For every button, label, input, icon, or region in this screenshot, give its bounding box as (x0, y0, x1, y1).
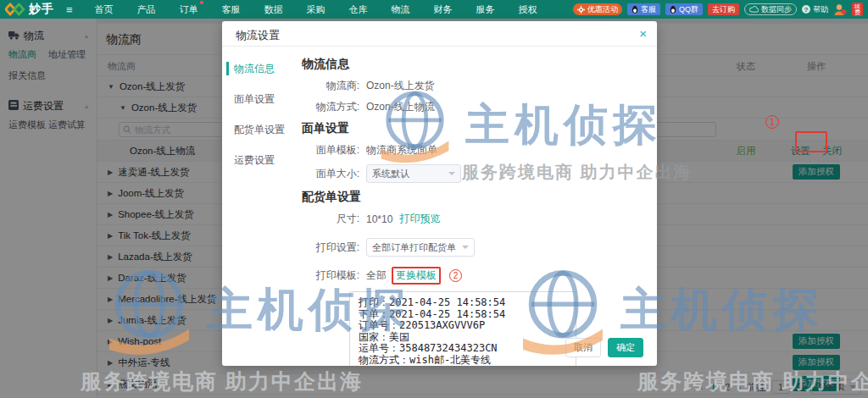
annotation-box-settings (795, 131, 827, 152)
data-sync-button[interactable]: 数据同步 (744, 3, 797, 15)
sheet-size-label: 面单大小: (302, 167, 359, 181)
modal-content: 物流信息 物流商: Ozon-线上发货 物流方式: Ozon-线上物流 面单设置… (292, 47, 657, 366)
modal-footer: 取消 确定 (565, 338, 643, 357)
nav-item-物流[interactable]: 物流 (380, 3, 422, 16)
preview-line: 订单号：220513AXGVVV6P (359, 320, 567, 332)
cancel-button[interactable]: 取消 (565, 338, 601, 357)
nav-item-采购[interactable]: 采购 (295, 3, 337, 16)
nav-item-财务[interactable]: 财务 (422, 3, 465, 16)
app-logo: 妙手 (5, 2, 54, 17)
user-avatar[interactable] (833, 3, 847, 16)
section-logistics-info: 物流信息 (302, 57, 645, 72)
sheet-template-label: 面单模板: (302, 143, 359, 158)
nav-item-客服[interactable]: 客服 (210, 3, 253, 16)
preview-line: 国家：美国 (359, 332, 567, 344)
renew-badge[interactable]: 续费 (852, 3, 863, 16)
print-setting-select[interactable]: 全部订单打印配货单 (366, 238, 475, 257)
question-icon: ? (802, 5, 810, 14)
confirm-button[interactable]: 确定 (608, 338, 643, 357)
modal-nav: 物流信息面单设置配货单设置运费设置 (222, 47, 292, 366)
hamburger-icon[interactable]: ≡ (66, 3, 73, 16)
gear-icon (577, 6, 585, 14)
preview-line: 下单：2021-04-25 14:58:54 (359, 309, 567, 321)
qq-group-button[interactable]: QQ群 (665, 3, 703, 15)
preview-line: 物流方式：wish邮-北美专线 (359, 355, 567, 367)
nav-item-订单[interactable]: 订单 (168, 3, 210, 16)
order-button[interactable]: 去订购 (708, 3, 739, 15)
modal-title: 物流设置 (236, 29, 280, 41)
notification-dot (200, 1, 203, 4)
nav-item-产品[interactable]: 产品 (125, 3, 168, 16)
qq-penguin-icon (670, 5, 676, 14)
modal-tab-运费设置[interactable]: 运费设置 (222, 145, 292, 175)
logo-diamonds-icon (5, 3, 25, 16)
section-sheet-settings: 面单设置 (302, 121, 645, 136)
preview-line: 运单号：35848732434323CN (359, 343, 567, 355)
picking-size-value: 10*10 (366, 213, 392, 225)
modal-header: 物流设置 × (222, 21, 657, 47)
navbar-actions: 优惠活动 客服 QQ群 去订购 数据同步 ? 帮助 续费 (573, 3, 863, 16)
change-template-link[interactable]: 更换模板 (396, 269, 437, 281)
person-icon (833, 3, 847, 16)
preview-line: 打印：2021-04-25 14:58:54 (359, 297, 567, 309)
cloud-icon (749, 6, 759, 13)
modal-tab-面单设置[interactable]: 面单设置 (222, 84, 292, 114)
provider-label: 物流商: (302, 79, 359, 93)
main-menu: 首页产品订单客服数据采购仓库物流财务服务授权 (83, 3, 549, 16)
print-setting-label: 打印设置: (302, 240, 359, 255)
chevron-down-icon (462, 246, 469, 252)
chevron-down-icon (448, 172, 455, 179)
picking-size-label: 尺寸: (302, 212, 359, 226)
kefu-button[interactable]: 客服 (627, 3, 660, 15)
modal-tab-物流信息[interactable]: 物流信息 (222, 53, 292, 84)
sheet-size-select[interactable]: 系统默认 (366, 164, 461, 183)
qq-penguin-icon (632, 5, 638, 14)
annotation-step-1: 1 (765, 115, 779, 129)
method-value: Ozon-线上物流 (366, 100, 435, 114)
promo-button[interactable]: 优惠活动 (573, 3, 622, 15)
section-picking-settings: 配货单设置 (302, 190, 645, 205)
print-preview-link[interactable]: 打印预览 (399, 212, 440, 226)
print-preview-box: 打印：2021-04-25 14:58:54下单：2021-04-25 14:5… (349, 291, 576, 366)
nav-item-服务[interactable]: 服务 (465, 3, 507, 16)
nav-item-仓库[interactable]: 仓库 (337, 3, 380, 16)
modal-tab-配货单设置[interactable]: 配货单设置 (222, 114, 292, 145)
sheet-template-value: 物流商系统面单 (366, 143, 437, 158)
annotation-box-change-template: 更换模板 (392, 267, 441, 285)
nav-item-首页[interactable]: 首页 (83, 3, 125, 16)
provider-value: Ozon-线上发货 (366, 79, 435, 93)
top-navbar: 妙手 ≡ 首页产品订单客服数据采购仓库物流财务服务授权 优惠活动 客服 QQ群 … (0, 0, 868, 19)
nav-item-授权[interactable]: 授权 (507, 3, 549, 16)
annotation-step-2: 2 (449, 269, 462, 282)
nav-item-数据[interactable]: 数据 (253, 3, 295, 16)
print-template-value: 全部 (366, 268, 387, 283)
logistics-settings-modal: 物流设置 × 物流信息面单设置配货单设置运费设置 物流信息 物流商: Ozon-… (222, 21, 657, 366)
app-name: 妙手 (29, 2, 54, 17)
print-template-label: 打印模板: (302, 268, 359, 283)
method-label: 物流方式: (302, 100, 359, 114)
close-icon[interactable]: × (639, 26, 647, 41)
help-button[interactable]: ? 帮助 (802, 4, 828, 15)
